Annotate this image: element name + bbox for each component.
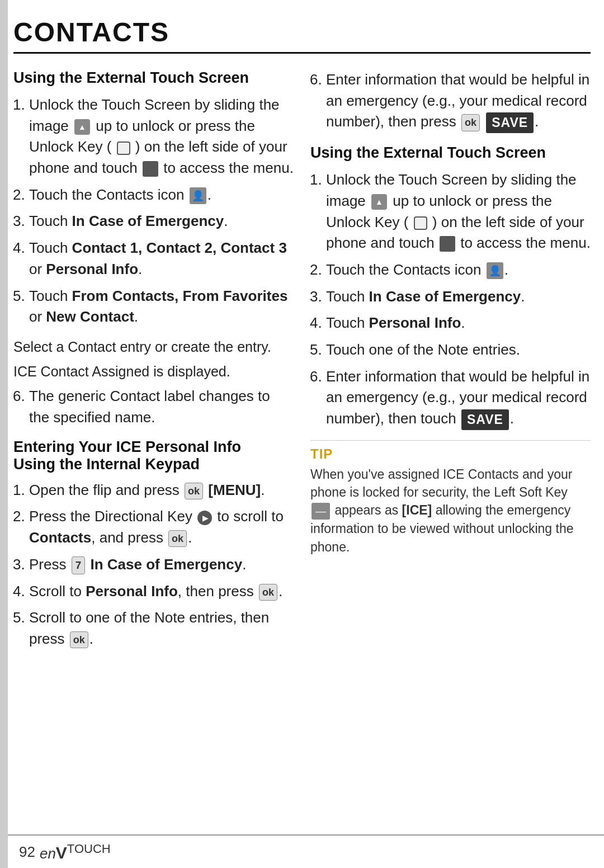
tip-box: TIP When you've assigned ICE Contacts an… [310,440,591,556]
grid-icon [143,161,158,177]
footer-page-number: 92 [19,843,35,861]
brand-v: V [56,843,67,861]
save-button-label: SAVE [461,409,509,430]
list-item: Touch the Contacts icon . [29,185,294,206]
ok-key-icon: ok [461,114,480,131]
left-column: Using the External Touch Screen Unlock t… [13,69,294,659]
list-item: Touch Contact 1, Contact 2, Contact 3 or… [29,238,294,280]
list-item: Touch the Contacts icon . [326,260,591,281]
bold-text: [MENU] [208,482,261,498]
directional-key-icon [197,511,212,525]
page-title: CONTACTS [13,17,591,54]
list-item: Touch Personal Info. [326,313,591,334]
lock-icon [117,141,130,155]
list-item: Touch one of the Note entries. [326,339,591,361]
left-section1-heading: Using the External Touch Screen [13,69,294,87]
list-item: Touch In Case of Emergency. [29,211,294,232]
list-item: Unlock the Touch Screen by sliding the i… [29,95,294,179]
bold-text: Contacts [29,529,91,546]
grid-icon [440,236,455,252]
left-section2-list: Open the flip and press ok [MENU]. Press… [13,480,294,650]
key-7-icon: 7 [72,556,86,574]
list-item: Press 7 In Case of Emergency. [29,554,294,575]
ok-key-icon: ok [168,530,187,547]
right-intro-list: Enter information that would be helpful … [310,69,591,133]
list-item: Unlock the Touch Screen by sliding the i… [326,169,591,254]
left-section2-heading: Entering Your ICE Personal InfoUsing the… [13,438,294,473]
bold-text: [ICE] [402,503,432,517]
two-column-layout: Using the External Touch Screen Unlock t… [13,69,591,659]
sub-note-2: ICE Contact Assigned is displayed. [13,361,294,381]
footer-bar: 92 enVTOUCH [8,834,604,868]
list-item: Enter information that would be helpful … [326,69,591,133]
footer-brand: enVTOUCH [40,842,111,862]
list-item: Touch In Case of Emergency. [326,286,591,308]
lock-icon [414,216,427,230]
list-item: Scroll to one of the Note entries, then … [29,607,294,649]
ok-key-icon: ok [259,584,277,601]
brand-touch: TOUCH [67,842,111,856]
left-bar [0,0,8,868]
list-item: Open the flip and press ok [MENU]. [29,480,294,501]
bold-text: In Case of Emergency [72,213,224,229]
right-section2-heading: Using the External Touch Screen [310,144,591,162]
list-item: The generic Contact label changes to the… [29,386,294,428]
contacts-icon [190,187,206,204]
tip-label: TIP [310,446,591,462]
right-column: Enter information that would be helpful … [310,69,591,659]
ice-key-icon: — [312,503,330,520]
arrow-up-icon [74,119,90,135]
ok-key-icon: ok [185,483,203,499]
bold-text: New Contact [46,308,134,325]
bold-text: Personal Info [86,583,178,600]
save-button-label: SAVE [486,112,534,133]
right-section2-list: Unlock the Touch Screen by sliding the i… [310,169,591,430]
list-item: Enter information that would be helpful … [326,366,591,430]
list-item: Touch From Contacts, From Favorites or N… [29,286,294,328]
bold-text: In Case of Emergency [369,288,521,305]
list-item: Press the Directional Key to scroll to C… [29,506,294,548]
bold-text: Personal Info [46,261,138,277]
arrow-up-icon [371,194,387,210]
left-section1-list: Unlock the Touch Screen by sliding the i… [13,95,294,328]
bold-text: In Case of Emergency [91,556,243,573]
ok-key-icon: ok [70,631,88,648]
bold-text: From Contacts, From Favorites [72,287,288,304]
page-content: CONTACTS Using the External Touch Screen… [13,0,591,681]
tip-text: When you've assigned ICE Contacts and yo… [310,465,591,556]
left-section1-list-cont: The generic Contact label changes to the… [13,386,294,428]
contacts-icon [487,262,503,279]
bold-text: Contact 1, Contact 2, Contact 3 [72,239,287,256]
bold-text: Personal Info [369,314,461,331]
list-item: Scroll to Personal Info, then press ok. [29,581,294,602]
brand-en: en [40,845,56,861]
sub-note-1: Select a Contact entry or create the ent… [13,337,294,357]
